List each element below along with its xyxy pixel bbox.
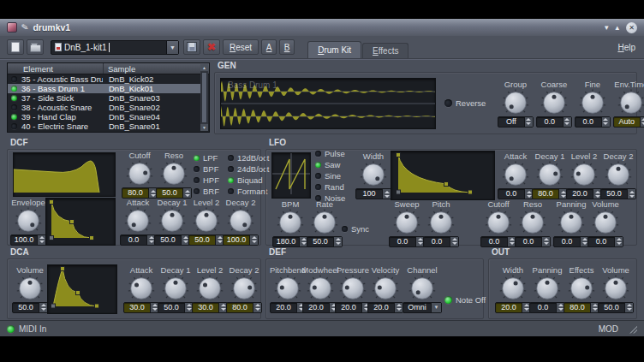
knob-dial[interactable] bbox=[579, 89, 606, 116]
spin-up-icon[interactable] bbox=[149, 236, 154, 239]
spin-down-icon[interactable] bbox=[603, 122, 608, 125]
spin-down-icon[interactable] bbox=[151, 194, 156, 197]
value-spinbox[interactable]: 0.0 bbox=[529, 302, 565, 313]
spin-down-icon[interactable] bbox=[595, 195, 600, 198]
tab-effects[interactable]: Effects bbox=[362, 43, 408, 58]
spin-up-icon[interactable] bbox=[526, 118, 531, 121]
preset-dropdown-arrow[interactable]: ▼ bbox=[166, 41, 178, 54]
knob-dial[interactable] bbox=[193, 207, 220, 234]
spinbox-arrows[interactable] bbox=[614, 237, 623, 246]
value-spinbox[interactable]: 20.0 bbox=[566, 188, 602, 199]
spin-up-icon[interactable] bbox=[544, 238, 549, 240]
spin-up-icon[interactable] bbox=[187, 304, 192, 306]
value-spinbox[interactable]: 30.0 bbox=[192, 302, 228, 313]
spinbox-arrows[interactable] bbox=[39, 303, 47, 312]
knob-dial[interactable] bbox=[16, 275, 44, 302]
value-spinbox[interactable]: 0.0 bbox=[498, 188, 534, 199]
knob-dial[interactable] bbox=[160, 160, 188, 187]
resize-grip[interactable] bbox=[628, 324, 637, 334]
value-spinbox[interactable]: 20.0 bbox=[495, 302, 531, 313]
knob-dial[interactable] bbox=[277, 209, 304, 236]
knob-dial[interactable] bbox=[570, 161, 598, 188]
maximize-icon[interactable]: ▴ bbox=[615, 22, 619, 33]
spinbox-arrows[interactable] bbox=[450, 237, 458, 246]
knob-dial[interactable] bbox=[534, 275, 561, 302]
spin-down-icon[interactable] bbox=[301, 242, 307, 245]
value-spinbox[interactable]: 0.0 bbox=[423, 236, 459, 247]
spinbox-arrows[interactable] bbox=[37, 235, 45, 245]
knob-dial[interactable] bbox=[124, 207, 152, 234]
knob-dial[interactable] bbox=[408, 275, 436, 302]
spinbox-arrows[interactable] bbox=[640, 117, 644, 127]
spin-down-icon[interactable] bbox=[564, 122, 569, 125]
knob-dial[interactable] bbox=[126, 160, 153, 187]
spin-down-icon[interactable] bbox=[526, 122, 531, 125]
spin-down-icon[interactable] bbox=[218, 240, 223, 243]
spin-up-icon[interactable] bbox=[510, 238, 515, 240]
save-preset-button[interactable] bbox=[183, 39, 200, 55]
spin-up-icon[interactable] bbox=[627, 304, 632, 306]
value-spinbox[interactable]: 20.0 bbox=[367, 302, 403, 313]
spinbox-arrows[interactable] bbox=[601, 117, 610, 127]
spin-up-icon[interactable] bbox=[603, 118, 608, 121]
value-spinbox[interactable]: Off bbox=[498, 116, 534, 128]
knob-dial[interactable] bbox=[196, 275, 224, 302]
spin-up-icon[interactable] bbox=[397, 304, 402, 306]
spin-down-icon[interactable] bbox=[397, 308, 402, 311]
list-row[interactable]: 39 - Hand Clap DnB_Snare04 bbox=[8, 112, 200, 122]
value-spinbox[interactable]: Auto bbox=[613, 116, 644, 128]
spin-down-icon[interactable] bbox=[627, 308, 632, 311]
radio-saw[interactable]: Saw bbox=[315, 160, 356, 169]
list-row[interactable]: 40 - Electric Snare DnB_Snare01 bbox=[8, 122, 200, 131]
spin-up-icon[interactable] bbox=[152, 304, 158, 306]
spin-up-icon[interactable] bbox=[593, 304, 598, 306]
sync-checkbox[interactable]: Sync bbox=[342, 224, 385, 234]
dcf-envelope-graph[interactable] bbox=[45, 198, 116, 246]
spin-down-icon[interactable] bbox=[593, 308, 598, 311]
knob-dial[interactable] bbox=[162, 275, 189, 302]
spin-up-icon[interactable] bbox=[39, 236, 45, 239]
spinbox-arrows[interactable] bbox=[333, 237, 342, 246]
knob-dial[interactable] bbox=[372, 275, 399, 302]
knob-dial[interactable] bbox=[502, 89, 529, 116]
radio-24db[interactable]: 24dB/oct bbox=[228, 164, 271, 174]
spinbox-arrows[interactable] bbox=[624, 303, 633, 312]
knob-dial[interactable] bbox=[536, 161, 564, 188]
value-spinbox[interactable]: 100 bbox=[355, 188, 391, 199]
knob-dial[interactable] bbox=[605, 161, 632, 188]
spin-up-icon[interactable] bbox=[582, 238, 587, 240]
value-spinbox[interactable]: 50.0 bbox=[307, 236, 343, 247]
knob-dial[interactable] bbox=[540, 89, 568, 116]
reset-button[interactable]: Reset bbox=[223, 39, 259, 55]
value-spinbox[interactable]: 20.0 bbox=[302, 302, 338, 313]
list-row[interactable]: 36 - Bass Drum 1 DnB_Kick01 bbox=[8, 84, 200, 93]
spin-up-icon[interactable] bbox=[595, 191, 600, 193]
spin-up-icon[interactable] bbox=[151, 190, 156, 193]
spin-up-icon[interactable] bbox=[255, 304, 260, 306]
spin-down-icon[interactable] bbox=[452, 242, 457, 245]
value-spinbox[interactable]: 50.0 bbox=[158, 302, 194, 313]
value-spinbox[interactable]: 80.0 bbox=[532, 188, 568, 199]
reverse-checkbox[interactable]: Reverse bbox=[444, 98, 486, 108]
radio-12db[interactable]: 12dB/oct bbox=[228, 153, 271, 163]
radio-biquad[interactable]: Biquad bbox=[228, 175, 271, 185]
sample-waveform-display[interactable]: Bass Drum 1 bbox=[220, 78, 436, 129]
radio-bpf[interactable]: BPF bbox=[194, 164, 224, 174]
column-header-sample[interactable]: Sample bbox=[104, 63, 209, 74]
spin-down-icon[interactable] bbox=[385, 195, 390, 198]
value-spinbox[interactable]: 50.0 bbox=[12, 302, 48, 313]
preset-combo[interactable]: DnB_1-kit1 ▼ bbox=[51, 40, 179, 55]
value-spinbox[interactable]: 0.0 bbox=[575, 116, 611, 128]
value-spinbox[interactable]: 30.0 bbox=[123, 302, 159, 313]
spin-up-icon[interactable] bbox=[418, 238, 423, 240]
knob-dial[interactable] bbox=[393, 209, 420, 236]
knob-dial[interactable] bbox=[15, 207, 42, 234]
value-spinbox[interactable]: 50.0 bbox=[154, 234, 190, 246]
value-spinbox[interactable]: 20.0 bbox=[270, 302, 306, 313]
spin-down-icon[interactable] bbox=[582, 242, 587, 245]
spin-up-icon[interactable] bbox=[185, 190, 190, 193]
knob-dial[interactable] bbox=[128, 275, 155, 302]
spin-up-icon[interactable] bbox=[385, 191, 390, 193]
channel-dropdown[interactable]: Omni▼ bbox=[402, 302, 442, 313]
knob-dial[interactable] bbox=[568, 275, 595, 302]
